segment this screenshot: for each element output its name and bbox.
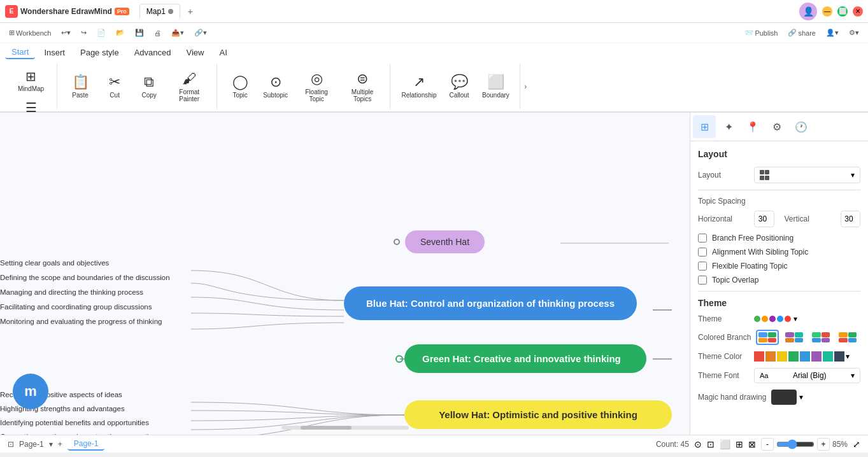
workbench-button[interactable]: ⊞ Workbench <box>5 27 55 38</box>
maximize-button[interactable]: ⬜ <box>837 6 848 17</box>
undo-button[interactable]: ↩▾ <box>57 27 75 38</box>
print-button[interactable]: 🖨 <box>150 28 165 38</box>
theme-select-area: ▾ <box>754 314 860 323</box>
vertical-input[interactable]: ▲ ▼ <box>841 211 861 227</box>
close-button[interactable]: ✕ <box>853 6 863 17</box>
multiple-topics-button[interactable]: ⊜ Multiple Topics <box>340 68 385 105</box>
branch-option-1[interactable] <box>756 330 779 345</box>
save-button[interactable]: 💾 <box>131 27 148 38</box>
branch-option-4[interactable] <box>836 330 859 345</box>
branch-option-2[interactable] <box>783 330 806 345</box>
paste-button[interactable]: 📋 Paste <box>64 71 97 101</box>
horizontal-input[interactable]: ▲ ▼ <box>754 211 774 227</box>
vertical-value-input[interactable] <box>841 212 861 226</box>
font-dropdown-icon: ▾ <box>851 371 855 380</box>
color-palette-dropdown[interactable]: ▾ <box>846 351 850 362</box>
relationship-button[interactable]: ↗ Relationship <box>397 71 441 101</box>
boundary-button[interactable]: ⬜ Boundary <box>477 71 515 101</box>
blue-hat-node[interactable]: Blue Hat: Control and organization of th… <box>344 286 637 320</box>
tab-insert[interactable]: Insert <box>38 46 71 59</box>
theme-font-select[interactable]: Aa Arial (Big) ▾ <box>754 368 860 383</box>
settings-button[interactable]: ⚙▾ <box>845 27 863 38</box>
account-button[interactable]: 👤▾ <box>822 27 843 38</box>
format-painter-button[interactable]: 🖌 Format Painter <box>167 68 211 105</box>
user-avatar[interactable]: 👤 <box>799 3 817 20</box>
topic-icon: ◯ <box>232 74 248 90</box>
status-icon-5[interactable]: ⊠ <box>748 439 756 449</box>
publish-button[interactable]: 📨 Publish <box>741 27 781 38</box>
theme-font-label: Theme Font <box>698 371 749 380</box>
tab-start[interactable]: Start <box>5 46 35 59</box>
mindmap-view-button[interactable]: ⊞ MindMap <box>13 66 49 95</box>
alignment-sibling-row: Alignment With Sibling Topic <box>698 248 860 257</box>
minimize-button[interactable]: — <box>822 6 832 17</box>
branch-free-checkbox[interactable] <box>698 234 707 243</box>
ribbon-more-button[interactable]: › <box>522 64 529 109</box>
add-page-button[interactable]: + <box>58 440 62 449</box>
clock-panel-button[interactable]: 🕐 <box>790 115 813 138</box>
add-tab-button[interactable]: + <box>183 4 198 19</box>
color-red[interactable] <box>754 351 764 362</box>
divider-1 <box>698 190 860 190</box>
color-yellow[interactable] <box>777 351 787 362</box>
star-panel-button[interactable]: ✦ <box>717 115 740 138</box>
quick-access-toolbar: ⊞ Workbench ↩▾ ↪ 📄 📂 💾 🖨 📤▾ 🔗▾ 📨 Publish… <box>0 23 868 43</box>
yellow-hat-node[interactable]: Yellow Hat: Optimistic and positive thin… <box>404 400 672 429</box>
redo-button[interactable]: ↪ <box>77 27 90 38</box>
export-button[interactable]: 📤▾ <box>167 27 188 38</box>
horizontal-value-input[interactable] <box>755 212 774 226</box>
scroll-indicator[interactable] <box>281 426 409 430</box>
fit-screen-button[interactable]: ⤢ <box>853 439 860 449</box>
pro-badge: Pro <box>115 8 129 15</box>
color-purple[interactable] <box>811 351 822 362</box>
color-orange[interactable] <box>765 351 776 362</box>
tab-advanced[interactable]: Advanced <box>128 46 178 59</box>
floating-topic-button[interactable]: ◎ Floating Topic <box>294 68 339 105</box>
layout-select[interactable]: ▾ <box>754 167 860 183</box>
active-page-tab[interactable]: Page-1 <box>68 438 105 451</box>
new-button[interactable]: 📄 <box>93 27 110 38</box>
zoom-in-button[interactable]: + <box>817 438 830 451</box>
color-green[interactable] <box>788 351 799 362</box>
branch-option-3[interactable] <box>809 330 832 345</box>
color-teal[interactable] <box>823 351 833 362</box>
flexible-floating-checkbox[interactable] <box>698 262 707 271</box>
status-bar-left: ⊡ Page-1 ▾ + Page-1 <box>8 438 104 451</box>
green-hat-node[interactable]: Green Hat: Creative and innovative think… <box>404 344 646 373</box>
share-toolbar-button[interactable]: 🔗▾ <box>190 27 211 38</box>
color-blue[interactable] <box>800 351 810 362</box>
subtopic-button[interactable]: ⊙ Subtopic <box>258 71 293 101</box>
topic-button[interactable]: ◯ Topic <box>224 71 257 101</box>
location-panel-button[interactable]: 📍 <box>741 115 764 138</box>
magic-drawing-color[interactable] <box>771 390 797 405</box>
theme-dropdown-button[interactable]: ▾ <box>793 314 797 323</box>
layout-panel-button[interactable]: ⊞ <box>693 115 716 138</box>
tab-view[interactable]: View <box>180 46 211 59</box>
canvas[interactable]: Seventh Hat Setting clear goals and obje… <box>0 113 690 435</box>
settings-panel-button[interactable]: ⚙ <box>765 115 788 138</box>
theme-color-row: Theme Color ▾ <box>698 351 860 362</box>
page-dropdown[interactable]: ▾ <box>49 440 53 449</box>
titlebar-right: 👤 <box>799 3 817 20</box>
alignment-sibling-checkbox[interactable] <box>698 248 707 257</box>
color-dark[interactable] <box>834 351 844 362</box>
copy-button[interactable]: ⧉ Copy <box>132 71 166 101</box>
open-button[interactable]: 📂 <box>112 27 129 38</box>
topic-section: ◯ Topic ⊙ Subtopic ◎ Floating Topic ⊜ Mu… <box>218 64 390 109</box>
tab-page-style[interactable]: Page style <box>74 46 125 59</box>
share-button[interactable]: 🔗 share <box>784 27 820 38</box>
magic-drawing-dropdown[interactable]: ▾ <box>799 393 803 402</box>
status-icon-3[interactable]: ⬜ <box>720 439 730 449</box>
topic-overlap-checkbox[interactable] <box>698 276 707 285</box>
status-icon-2[interactable]: ⊡ <box>707 439 715 449</box>
active-tab[interactable]: Map1 <box>139 4 180 18</box>
seventh-hat-node[interactable]: Seventh Hat <box>405 230 485 253</box>
callout-button[interactable]: 💬 Callout <box>443 71 476 101</box>
zoom-slider[interactable] <box>776 439 815 449</box>
magic-drawing-row: Magic hand drawing ▾ <box>698 390 860 405</box>
status-icon-1[interactable]: ⊙ <box>694 439 702 449</box>
tab-ai[interactable]: AI <box>213 46 233 59</box>
zoom-out-button[interactable]: - <box>761 438 774 451</box>
status-icon-4[interactable]: ⊞ <box>736 439 743 449</box>
cut-button[interactable]: ✂ Cut <box>98 71 131 101</box>
